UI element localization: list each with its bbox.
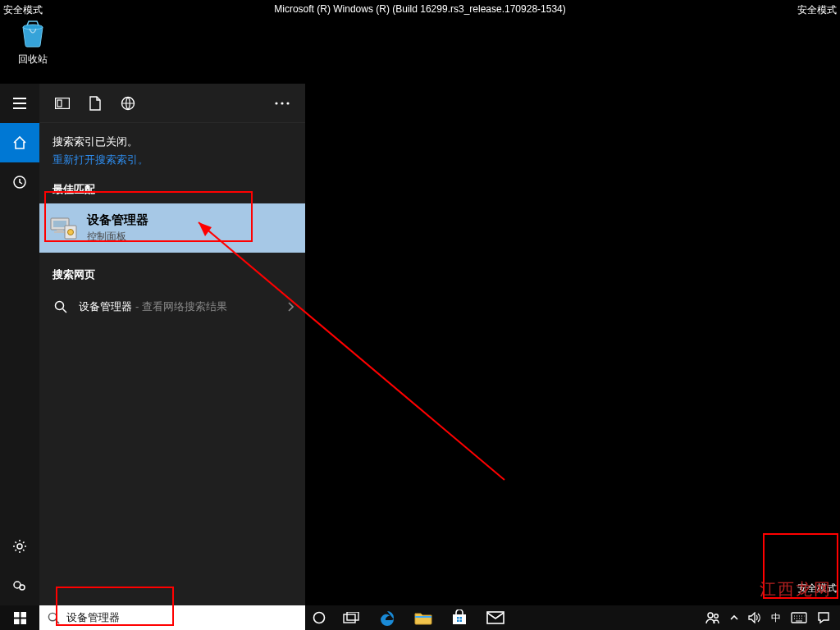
svg-point-2	[17, 544, 22, 549]
taskbar-explorer[interactable]	[405, 605, 441, 630]
task-view-button[interactable]	[333, 605, 369, 630]
recycle-bin[interactable]: 回收站	[13, 16, 52, 66]
results-toolbar	[39, 84, 305, 123]
svg-point-9	[281, 102, 283, 104]
filter-documents-button[interactable]	[79, 87, 112, 120]
hamburger-button[interactable]	[0, 84, 39, 123]
start-button[interactable]	[0, 605, 39, 630]
taskbar-search[interactable]	[39, 605, 305, 630]
best-match-header: 最佳匹配	[39, 167, 305, 203]
rail-feedback[interactable]	[0, 566, 39, 605]
search-results-pane: 搜索索引已关闭。 重新打开搜索索引。 最佳匹配 设备管理器 控制面板 搜索网页	[39, 84, 305, 605]
system-tray: 中	[701, 605, 840, 630]
rail-home[interactable]	[0, 123, 39, 162]
svg-point-0	[23, 25, 43, 30]
taskbar-store[interactable]	[441, 605, 477, 630]
search-icon	[52, 299, 69, 315]
svg-point-4	[20, 585, 25, 590]
search-icon	[48, 612, 60, 624]
safe-mode-label-top-left: 安全模式	[3, 3, 43, 17]
tray-overflow[interactable]	[725, 605, 743, 630]
svg-rect-28	[457, 617, 459, 619]
svg-rect-19	[21, 612, 26, 618]
svg-rect-26	[415, 616, 431, 618]
start-rail	[0, 84, 39, 605]
tray-action-center[interactable]	[812, 605, 835, 630]
cortana-button[interactable]	[305, 605, 333, 630]
safe-mode-label-top-right: 安全模式	[797, 3, 837, 17]
svg-point-8	[275, 102, 277, 104]
search-input[interactable]	[66, 606, 280, 629]
best-match-subtitle: 控制面板	[87, 230, 148, 244]
svg-rect-13	[57, 230, 63, 231]
rail-clock[interactable]	[0, 162, 39, 202]
svg-point-10	[286, 102, 289, 104]
best-match-item[interactable]: 设备管理器 控制面板	[39, 203, 305, 253]
svg-rect-21	[21, 619, 26, 624]
svg-point-34	[714, 614, 719, 619]
recycle-bin-label: 回收站	[13, 52, 52, 66]
tray-people[interactable]	[701, 605, 725, 630]
svg-rect-32	[487, 612, 504, 623]
svg-rect-20	[14, 619, 20, 624]
filter-apps-button[interactable]	[46, 87, 79, 120]
index-closed-text: 搜索索引已关闭。	[52, 135, 292, 149]
taskbar: 中	[0, 605, 840, 630]
reopen-index-link[interactable]: 重新打开搜索索引。	[52, 153, 292, 167]
web-result-title: 设备管理器	[79, 299, 132, 314]
index-notice: 搜索索引已关闭。 重新打开搜索索引。	[39, 123, 305, 167]
start-search-panel: 搜索索引已关闭。 重新打开搜索索引。 最佳匹配 设备管理器 控制面板 搜索网页	[0, 84, 305, 605]
device-manager-icon	[49, 213, 79, 243]
svg-rect-18	[14, 612, 20, 618]
svg-rect-24	[344, 614, 355, 623]
svg-rect-25	[347, 612, 358, 620]
svg-rect-27	[453, 614, 466, 624]
tray-ime[interactable]: 中	[766, 605, 786, 630]
svg-rect-31	[460, 620, 463, 623]
svg-rect-30	[457, 620, 459, 623]
svg-point-16	[68, 230, 74, 235]
taskbar-edge[interactable]	[369, 605, 405, 630]
recycle-bin-icon	[16, 16, 49, 49]
svg-point-22	[48, 613, 56, 620]
search-web-header: 搜索网页	[39, 253, 305, 289]
svg-rect-29	[460, 617, 463, 619]
best-match-title: 设备管理器	[87, 212, 148, 228]
safe-mode-label-bottom-right: 安全模式	[797, 582, 837, 596]
svg-rect-14	[54, 231, 66, 233]
chevron-right-icon	[287, 302, 294, 312]
build-info: Microsoft (R) Windows (R) (Build 16299.r…	[274, 3, 566, 15]
tray-keyboard[interactable]	[786, 605, 812, 630]
svg-point-17	[56, 302, 64, 310]
tray-volume[interactable]	[743, 605, 766, 630]
more-filters-button[interactable]	[266, 87, 299, 120]
taskbar-mail[interactable]	[477, 605, 514, 630]
rail-settings[interactable]	[0, 527, 39, 566]
web-result-subtitle: - 查看网络搜索结果	[135, 299, 227, 314]
svg-point-23	[314, 613, 325, 623]
filter-web-button[interactable]	[112, 87, 144, 120]
svg-rect-6	[57, 100, 62, 107]
web-result-item[interactable]: 设备管理器 - 查看网络搜索结果	[39, 289, 305, 325]
svg-point-33	[708, 613, 713, 618]
